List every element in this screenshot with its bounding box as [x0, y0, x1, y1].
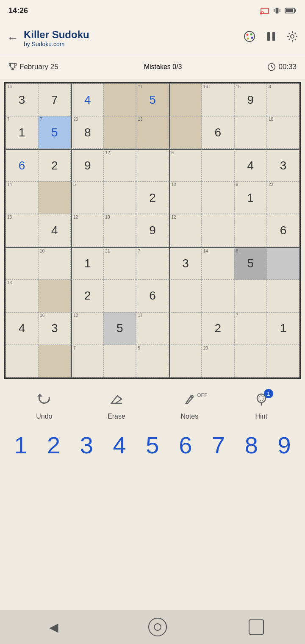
hint-button[interactable]: 1 Hint — [254, 392, 269, 420]
cell-r1-c6[interactable] — [169, 83, 202, 116]
cell-r8-c1[interactable]: 4 — [6, 312, 38, 345]
cell-r2-c8[interactable] — [234, 116, 267, 149]
cell-r7-c4[interactable] — [103, 280, 136, 312]
pause-button[interactable] — [266, 31, 276, 45]
cell-r9-c8[interactable] — [234, 345, 267, 378]
numpad-3[interactable]: 3 — [74, 431, 99, 459]
cell-r3-c8[interactable]: 4 — [234, 149, 267, 181]
cell-r1-c8[interactable]: 159 — [234, 83, 267, 116]
cell-r8-c2[interactable]: 163 — [38, 312, 71, 345]
cell-r8-c4[interactable]: 5 — [103, 312, 136, 345]
cell-r4-c4[interactable] — [103, 181, 136, 214]
cell-r6-c4[interactable]: 21 — [103, 247, 136, 280]
settings-button[interactable] — [286, 31, 298, 45]
cell-r9-c4[interactable] — [103, 345, 136, 378]
cell-r4-c9[interactable]: 22 — [267, 181, 299, 214]
undo-button[interactable]: Undo — [36, 392, 52, 420]
cell-r5-c1[interactable]: 13 — [6, 214, 38, 247]
cell-r1-c4[interactable] — [103, 83, 136, 116]
cell-r9-c5[interactable]: 5 — [136, 345, 169, 378]
cell-r4-c3[interactable]: 5 — [71, 181, 103, 214]
cell-r7-c2[interactable] — [38, 280, 71, 312]
back-nav-button[interactable]: ◀ — [41, 620, 67, 634]
cell-r5-c7[interactable] — [202, 214, 234, 247]
palette-button[interactable] — [243, 31, 256, 45]
cell-r8-c9[interactable]: 1 — [267, 312, 299, 345]
cell-r2-c3[interactable]: 208 — [71, 116, 103, 149]
erase-button[interactable]: Erase — [108, 392, 125, 420]
numpad-5[interactable]: 5 — [140, 431, 165, 459]
cell-r8-c6[interactable] — [169, 312, 202, 345]
cell-r2-c6[interactable] — [169, 116, 202, 149]
numpad-7[interactable]: 7 — [205, 431, 231, 459]
cell-r6-c9[interactable] — [267, 247, 299, 280]
cell-r3-c6[interactable]: 6 — [169, 149, 202, 181]
cell-r4-c2[interactable] — [38, 181, 71, 214]
cell-r2-c2[interactable]: 75 — [38, 116, 71, 149]
numpad-6[interactable]: 6 — [173, 431, 198, 459]
cell-r5-c8[interactable] — [234, 214, 267, 247]
notes-button[interactable]: OFF Notes — [180, 392, 198, 420]
cell-r5-c5[interactable]: 9 — [136, 214, 169, 247]
cell-r4-c7[interactable] — [202, 181, 234, 214]
numpad-9[interactable]: 9 — [272, 431, 297, 459]
cell-r7-c6[interactable] — [169, 280, 202, 312]
cell-r3-c7[interactable] — [202, 149, 234, 181]
cell-r7-c8[interactable] — [234, 280, 267, 312]
numpad-1[interactable]: 1 — [8, 431, 33, 459]
cell-r8-c5[interactable]: 17 — [136, 312, 169, 345]
recents-nav-button[interactable] — [249, 619, 264, 635]
cell-r2-c5[interactable]: 13 — [136, 116, 169, 149]
cell-r5-c4[interactable]: 10 — [103, 214, 136, 247]
cell-r4-c1[interactable]: 14 — [6, 181, 38, 214]
cell-r4-c5[interactable]: 2 — [136, 181, 169, 214]
cell-r3-c2[interactable]: 2 — [38, 149, 71, 181]
cell-r2-c1[interactable]: 71 — [6, 116, 38, 149]
cell-r6-c7[interactable]: 14 — [202, 247, 234, 280]
cell-r6-c6[interactable]: 3 — [169, 247, 202, 280]
cell-r7-c5[interactable]: 6 — [136, 280, 169, 312]
cell-r3-c5[interactable] — [136, 149, 169, 181]
cell-r6-c5[interactable]: 7 — [136, 247, 169, 280]
numpad-2[interactable]: 2 — [41, 431, 67, 459]
cell-r6-c3[interactable]: 1 — [71, 247, 103, 280]
cell-r1-c2[interactable]: 7 — [38, 83, 71, 116]
cell-r9-c3[interactable]: 7 — [71, 345, 103, 378]
numpad-4[interactable]: 4 — [107, 431, 132, 459]
home-nav-button[interactable] — [148, 618, 167, 636]
cell-r5-c9[interactable]: 6 — [267, 214, 299, 247]
cell-r2-c4[interactable] — [103, 116, 136, 149]
numpad-8[interactable]: 8 — [238, 431, 264, 459]
cell-r3-c3[interactable]: 9 — [71, 149, 103, 181]
cell-r8-c7[interactable]: 2 — [202, 312, 234, 345]
cell-r1-c3[interactable]: 4 — [71, 83, 103, 116]
cell-r7-c1[interactable]: 13 — [6, 280, 38, 312]
cell-r9-c1[interactable] — [6, 345, 38, 378]
back-button[interactable]: ← — [7, 31, 19, 45]
cell-r7-c9[interactable] — [267, 280, 299, 312]
cell-r8-c8[interactable]: 7 — [234, 312, 267, 345]
cell-r9-c2[interactable] — [38, 345, 71, 378]
cell-r1-c5[interactable]: 115 — [136, 83, 169, 116]
cell-r8-c3[interactable]: 12 — [71, 312, 103, 345]
cell-r2-c7[interactable]: 6 — [202, 116, 234, 149]
cell-r9-c6[interactable] — [169, 345, 202, 378]
cell-r4-c8[interactable]: 91 — [234, 181, 267, 214]
cell-r2-c9[interactable]: 10 — [267, 116, 299, 149]
cell-r6-c2[interactable]: 10 — [38, 247, 71, 280]
cell-r4-c6[interactable]: 10 — [169, 181, 202, 214]
cell-r1-c1[interactable]: 163 — [6, 83, 38, 116]
cell-r7-c3[interactable]: 2 — [71, 280, 103, 312]
cell-r9-c9[interactable] — [267, 345, 299, 378]
cell-r1-c7[interactable]: 16 — [202, 83, 234, 116]
cell-r6-c8[interactable]: 85 — [234, 247, 267, 280]
cell-r7-c7[interactable] — [202, 280, 234, 312]
cell-r5-c3[interactable]: 12 — [71, 214, 103, 247]
cell-r6-c1[interactable] — [6, 247, 38, 280]
cell-r5-c6[interactable]: 12 — [169, 214, 202, 247]
cell-r3-c9[interactable]: 3 — [267, 149, 299, 181]
cell-r1-c9[interactable]: 8 — [267, 83, 299, 116]
cell-r3-c1[interactable]: 6 — [6, 149, 38, 181]
cell-r9-c7[interactable]: 20 — [202, 345, 234, 378]
cell-r3-c4[interactable]: 12 — [103, 149, 136, 181]
